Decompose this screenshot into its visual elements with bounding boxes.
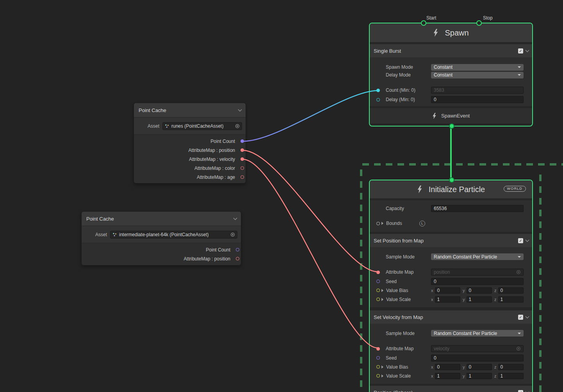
- seed-field[interactable]: 0: [431, 278, 524, 285]
- chevron-down-icon[interactable]: [233, 216, 237, 220]
- node-spawn[interactable]: Start Stop Spawn Single Burst Spawn Mode…: [369, 23, 533, 127]
- chevron-down-icon[interactable]: [526, 314, 529, 318]
- axis-y-label: y: [463, 297, 465, 302]
- value-bias-y-field[interactable]: 0: [467, 287, 492, 294]
- seed-input-port[interactable]: [376, 280, 380, 283]
- sample-mode-row: Sample Mode Random Constant Per Particle: [370, 329, 532, 338]
- chevron-down-icon[interactable]: [526, 238, 529, 242]
- value-bias-x-field[interactable]: 0: [435, 364, 461, 370]
- foldout-triangle-icon[interactable]: [381, 298, 383, 301]
- block-enabled-checkbox[interactable]: [518, 390, 523, 392]
- seed-row: Seed 0: [370, 353, 532, 362]
- attribute-map-label: Attribute Map: [386, 346, 431, 351]
- output-label: AttributeMap : position: [189, 148, 235, 153]
- output-port-list: Point Count AttributeMap : position Attr…: [134, 135, 246, 183]
- value-scale-x-field[interactable]: 1: [435, 296, 461, 303]
- capacity-field[interactable]: 65536: [431, 205, 524, 212]
- position-sphere-header[interactable]: Position (Sphere): [370, 386, 532, 392]
- value-scale-z-field[interactable]: 1: [498, 296, 524, 303]
- attribute-map-field[interactable]: velocity: [431, 345, 524, 352]
- block-enabled-checkbox[interactable]: [518, 238, 523, 243]
- spawn-port-section: Count (Min: 0) 3583 Delay (Min: 0) 0: [370, 84, 532, 106]
- value-scale-z-field[interactable]: 1: [498, 373, 524, 379]
- attribute-map-input-port[interactable]: [376, 347, 380, 351]
- set-velocity-from-map-block[interactable]: Set Velocity from Map Sample Mode Random…: [370, 310, 532, 384]
- spawn-event-footer: SpawnEvent: [370, 106, 532, 123]
- foldout-triangle-icon[interactable]: [381, 374, 383, 378]
- object-picker-icon[interactable]: [230, 232, 235, 237]
- chevron-down-icon[interactable]: [238, 107, 242, 111]
- node-initialize-particle[interactable]: Initialize Particle WORLD Capacity 65536…: [369, 180, 533, 392]
- set-position-header[interactable]: Set Position from Map: [370, 234, 532, 247]
- bounds-input-port[interactable]: [376, 222, 380, 225]
- block-enabled-checkbox[interactable]: [518, 48, 523, 53]
- sample-mode-dropdown[interactable]: Random Constant Per Particle: [431, 253, 524, 260]
- attribute-map-field[interactable]: position: [431, 269, 524, 276]
- spawn-output-flow-port[interactable]: [449, 123, 454, 129]
- delay-row: Delay (Min: 0) 0: [370, 95, 532, 104]
- object-picker-icon[interactable]: [516, 270, 521, 274]
- attribute-map-position-output-port[interactable]: [236, 257, 239, 260]
- value-bias-x-field[interactable]: 0: [435, 287, 461, 294]
- stop-flow-port[interactable]: [476, 20, 482, 26]
- count-input-port[interactable]: [376, 89, 380, 92]
- point-cache-1-header[interactable]: Point Cache: [134, 103, 246, 117]
- attribute-map-color-output-port[interactable]: [241, 166, 244, 170]
- asset-row: Asset intermediate-planet-64k (PointCach…: [82, 226, 241, 243]
- space-badge[interactable]: WORLD: [504, 186, 526, 192]
- value-bias-y-field[interactable]: 0: [467, 364, 492, 370]
- value-scale-x-field[interactable]: 1: [435, 373, 461, 379]
- attribute-map-age-output-port[interactable]: [241, 175, 244, 179]
- value-scale-input-port[interactable]: [376, 374, 380, 378]
- point-count-output-port[interactable]: [241, 139, 244, 143]
- initialize-input-flow-port[interactable]: [449, 177, 454, 183]
- value-bias-input-port[interactable]: [376, 365, 380, 369]
- object-picker-icon[interactable]: [235, 124, 240, 128]
- spawn-title-bar[interactable]: Spawn: [370, 23, 532, 42]
- value-scale-input-port[interactable]: [376, 298, 380, 301]
- attribute-map-position-output-port[interactable]: [241, 148, 244, 152]
- foldout-triangle-icon[interactable]: [381, 222, 383, 225]
- value-scale-y-field[interactable]: 1: [467, 373, 492, 379]
- delay-field[interactable]: 0: [431, 96, 524, 103]
- delay-mode-dropdown[interactable]: Constant: [431, 72, 524, 78]
- attribute-map-input-port[interactable]: [376, 271, 380, 274]
- block-enabled-checkbox[interactable]: [518, 315, 523, 320]
- chevron-down-icon[interactable]: [526, 48, 529, 52]
- count-field[interactable]: 3583: [431, 87, 524, 94]
- single-burst-header[interactable]: Single Burst: [370, 44, 532, 57]
- point-count-output-port[interactable]: [236, 248, 239, 251]
- single-burst-block[interactable]: Single Burst Spawn Mode Constant Delay M…: [370, 44, 532, 84]
- node-point-cache-1[interactable]: Point Cache Asset runes (PointCacheAsset…: [134, 103, 246, 184]
- chevron-down-icon[interactable]: [526, 390, 529, 392]
- start-flow-port[interactable]: [421, 20, 426, 26]
- value-bias-z-field[interactable]: 0: [498, 287, 524, 294]
- vfx-graph-canvas[interactable]: Point Cache Asset runes (PointCacheAsset…: [0, 0, 563, 392]
- point-cache-asset-icon: [165, 124, 169, 128]
- asset-object-field[interactable]: intermediate-planet-64k (PointCacheAsset…: [110, 231, 237, 239]
- point-cache-2-header[interactable]: Point Cache: [82, 212, 241, 226]
- seed-field[interactable]: 0: [431, 355, 524, 362]
- lightning-icon: [417, 185, 422, 193]
- set-position-from-map-block[interactable]: Set Position from Map Sample Mode Random…: [370, 234, 532, 307]
- sample-mode-dropdown[interactable]: Random Constant Per Particle: [431, 330, 524, 337]
- object-picker-icon[interactable]: [516, 346, 521, 351]
- spawn-mode-dropdown[interactable]: Constant: [431, 64, 524, 71]
- local-space-icon[interactable]: L: [419, 221, 425, 226]
- delay-input-port[interactable]: [376, 98, 380, 102]
- foldout-triangle-icon[interactable]: [381, 365, 383, 369]
- attribute-map-velocity-output-port[interactable]: [241, 157, 244, 161]
- position-sphere-block[interactable]: Position (Sphere): [370, 386, 532, 392]
- value-bias-input-port[interactable]: [376, 289, 380, 292]
- node-point-cache-2[interactable]: Point Cache Asset intermediate-planet-64…: [81, 211, 241, 265]
- asset-object-field[interactable]: runes (PointCacheAsset): [162, 122, 242, 130]
- value-scale-y-field[interactable]: 1: [467, 296, 492, 303]
- asset-label: Asset: [148, 123, 159, 129]
- initialize-title-bar[interactable]: Initialize Particle WORLD: [370, 180, 532, 198]
- delay-label: Delay (Min: 0): [386, 97, 431, 102]
- seed-input-port[interactable]: [376, 356, 380, 360]
- set-velocity-header[interactable]: Set Velocity from Map: [370, 310, 532, 324]
- foldout-triangle-icon[interactable]: [381, 289, 383, 292]
- output-label: AttributeMap : color: [194, 166, 235, 171]
- value-bias-z-field[interactable]: 0: [498, 364, 524, 370]
